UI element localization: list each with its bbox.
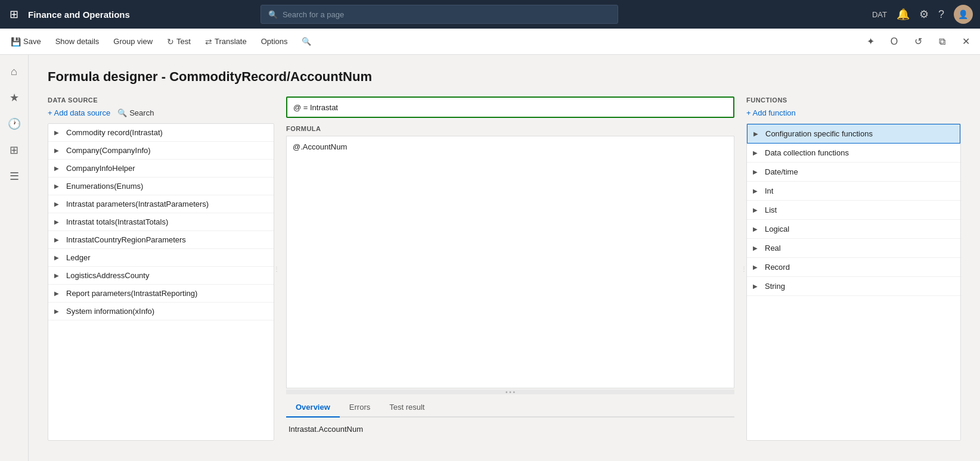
expand-arrow-icon: ▶ [753, 245, 761, 251]
expand-arrow-icon: ▶ [753, 283, 761, 289]
tab-errors[interactable]: Errors [340, 398, 380, 418]
expand-arrow-icon: ▶ [54, 290, 63, 297]
top-bar-right: DAT 🔔 ⚙ ? 👤 [872, 5, 973, 24]
top-bar: ⊞ Finance and Operations 🔍 DAT 🔔 ⚙ ? 👤 [0, 0, 980, 29]
functions-label: FUNCTIONS [746, 96, 961, 104]
save-icon: 💾 [11, 37, 21, 46]
list-item[interactable]: ▶ CompanyInfoHelper [48, 160, 274, 177]
tab-test-result[interactable]: Test result [380, 398, 434, 418]
add-datasource-button[interactable]: + Add data source [48, 108, 110, 117]
expand-arrow-icon: ▶ [753, 149, 761, 156]
datasource-pane: DATA SOURCE + Add data source 🔍 Search ▶… [48, 96, 274, 441]
function-item-list[interactable]: ▶ List [747, 201, 960, 220]
search-icon: 🔍 [268, 10, 278, 19]
notification-icon[interactable]: 🔔 [897, 8, 910, 21]
expand-arrow-icon: ▶ [54, 201, 63, 207]
global-search-box[interactable]: 🔍 [260, 5, 618, 24]
vertical-resize-handle[interactable]: ⋮ [274, 96, 279, 441]
office-icon[interactable]: O [885, 32, 904, 51]
expand-arrow-icon: ▶ [54, 254, 63, 261]
app-title: Finance and Operations [28, 10, 130, 20]
nav-favorites-icon[interactable]: ★ [2, 86, 26, 110]
functions-tree: ▶ Configuration specific functions ▶ Dat… [746, 123, 961, 441]
formula-section-label: FORMULA [286, 125, 734, 132]
datasource-label: DATA SOURCE [48, 96, 274, 104]
list-item[interactable]: ▶ Enumerations(Enums) [48, 177, 274, 195]
expand-arrow-icon: ▶ [54, 272, 63, 279]
tab-overview[interactable]: Overview [286, 398, 340, 418]
expand-arrow-icon: ▶ [54, 219, 63, 225]
expand-arrow-icon: ▶ [54, 183, 63, 189]
formula-pane: @ = Intrastat FORMULA @.AccountNum • • •… [286, 96, 734, 441]
list-item[interactable]: ▶ Commodity record(Intrastat) [48, 124, 274, 142]
main-layout: ⌂ ★ 🕐 ⊞ ☰ Formula designer - CommodityRe… [0, 55, 980, 461]
add-function-button[interactable]: + Add function [746, 108, 796, 117]
function-item-data-collection[interactable]: ▶ Data collection functions [747, 144, 960, 163]
translate-icon: ⇄ [205, 37, 212, 46]
options-button[interactable]: Options [255, 33, 294, 49]
test-icon: ↻ [167, 37, 174, 46]
expand-arrow-icon: ▶ [54, 129, 63, 136]
formula-overview-content: Intrastat.AccountNum [286, 418, 734, 441]
expand-arrow-icon: ▶ [54, 308, 63, 314]
list-item[interactable]: ▶ Report parameters(IntrastatReporting) [48, 285, 274, 303]
favorites-icon[interactable]: ✦ [861, 32, 880, 51]
expand-arrow-icon: ▶ [753, 130, 762, 137]
formula-tabs: Overview Errors Test result [286, 398, 734, 418]
translate-button[interactable]: ⇄ Translate [199, 33, 253, 50]
search-datasource-button[interactable]: 🔍 Search [117, 108, 154, 117]
page-title: Formula designer - CommodityRecord/Accou… [48, 69, 961, 85]
formula-editor[interactable]: @.AccountNum [286, 136, 734, 388]
refresh-icon[interactable]: ↺ [908, 32, 928, 51]
settings-icon[interactable]: ⚙ [919, 8, 929, 21]
function-item-datetime[interactable]: ▶ Date/time [747, 163, 960, 182]
list-item[interactable]: ▶ Intrastat parameters(IntrastatParamete… [48, 195, 274, 213]
list-item[interactable]: ▶ LogisticsAddressCounty [48, 267, 274, 285]
three-pane-layout: DATA SOURCE + Add data source 🔍 Search ▶… [48, 96, 961, 441]
command-bar-right: ✦ O ↺ ⧉ ✕ [861, 32, 975, 51]
company-code: DAT [872, 10, 887, 19]
open-in-new-icon[interactable]: ⧉ [932, 32, 951, 51]
functions-pane: FUNCTIONS + Add function ▶ Configuration… [746, 96, 961, 441]
search-ds-icon: 🔍 [117, 108, 127, 117]
expand-arrow-icon: ▶ [753, 169, 761, 175]
close-icon[interactable]: ✕ [956, 32, 975, 51]
user-avatar[interactable]: 👤 [954, 5, 973, 24]
function-item-config-specific[interactable]: ▶ Configuration specific functions [747, 124, 960, 144]
nav-home-icon[interactable]: ⌂ [2, 60, 26, 83]
search-cmd-icon[interactable]: 🔍 [296, 33, 317, 49]
function-item-int[interactable]: ▶ Int [747, 182, 960, 201]
left-sidebar: ⌂ ★ 🕐 ⊞ ☰ [0, 55, 29, 461]
list-item[interactable]: ▶ Ledger [48, 249, 274, 267]
main-content: Formula designer - CommodityRecord/Accou… [29, 55, 980, 461]
expand-arrow-icon: ▶ [54, 236, 63, 243]
datasource-tree: ▶ Commodity record(Intrastat) ▶ Company(… [48, 123, 274, 441]
expand-arrow-icon: ▶ [753, 264, 761, 270]
list-item[interactable]: ▶ Company(CompanyInfo) [48, 142, 274, 160]
functions-toolbar: + Add function [746, 108, 961, 117]
vertical-resize-handle-2[interactable]: ⋮ [742, 96, 746, 441]
function-item-logical[interactable]: ▶ Logical [747, 220, 960, 239]
help-icon[interactable]: ? [938, 8, 944, 21]
show-details-button[interactable]: Show details [49, 33, 106, 49]
function-item-record[interactable]: ▶ Record [747, 258, 960, 277]
expand-arrow-icon: ▶ [54, 147, 63, 154]
list-item[interactable]: ▶ IntrastatCountryRegionParameters [48, 231, 274, 249]
nav-workspaces-icon[interactable]: ⊞ [2, 138, 26, 162]
nav-recent-icon[interactable]: 🕐 [2, 112, 26, 136]
function-item-real[interactable]: ▶ Real [747, 239, 960, 258]
grid-menu-icon[interactable]: ⊞ [7, 5, 21, 23]
datasource-toolbar: + Add data source 🔍 Search [48, 108, 274, 117]
test-button[interactable]: ↻ Test [161, 33, 197, 50]
list-item[interactable]: ▶ Intrastat totals(IntrastatTotals) [48, 213, 274, 231]
expand-arrow-icon: ▶ [54, 165, 63, 172]
group-view-button[interactable]: Group view [107, 33, 159, 49]
nav-list-icon[interactable]: ☰ [2, 164, 26, 188]
expand-arrow-icon: ▶ [753, 188, 761, 194]
save-button[interactable]: 💾 Save [5, 33, 47, 50]
global-search-input[interactable] [283, 10, 610, 19]
function-item-string[interactable]: ▶ String [747, 277, 960, 296]
formula-resize-handle[interactable]: • • • [286, 390, 734, 394]
formula-header-input[interactable]: @ = Intrastat [286, 96, 734, 118]
list-item[interactable]: ▶ System information(xInfo) [48, 303, 274, 320]
